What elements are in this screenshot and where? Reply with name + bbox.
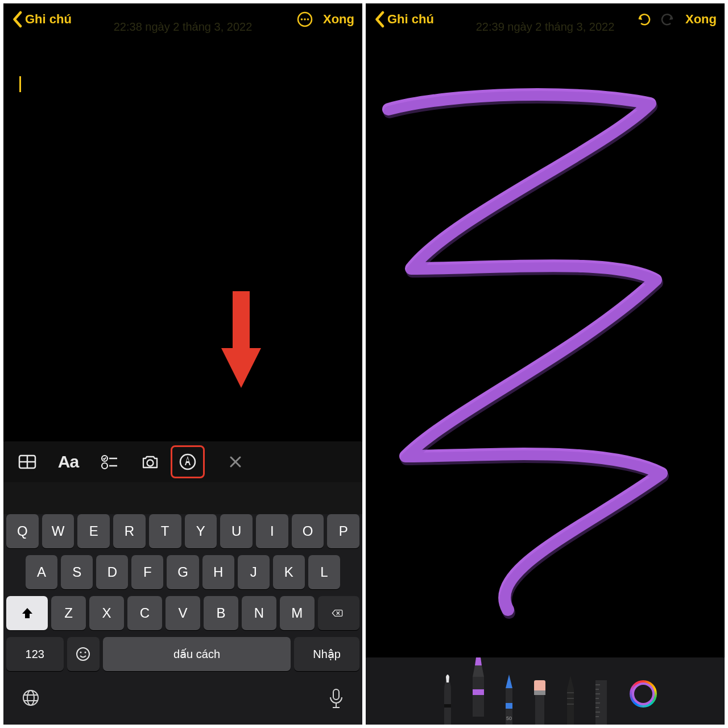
key-e[interactable]: E [77, 514, 110, 548]
tool-pencil[interactable]: 50 [495, 670, 523, 725]
key-z[interactable]: Z [51, 596, 86, 630]
key-numbers[interactable]: 123 [6, 637, 64, 671]
tool-ruler[interactable] [588, 670, 615, 725]
keyboard-row-4: 123 dấu cách Nhập [6, 637, 359, 671]
back-label: Ghi chú [25, 12, 72, 27]
key-space[interactable]: dấu cách [103, 637, 291, 671]
more-button[interactable] [293, 8, 316, 31]
key-v[interactable]: V [166, 596, 200, 630]
redo-button[interactable] [656, 8, 679, 31]
keyboard-row-2: A S D F G H J K L [6, 555, 359, 589]
chevron-left-icon [11, 11, 23, 28]
key-q[interactable]: Q [6, 514, 39, 548]
keyboard: Q W E R T Y U I O P A S D F G H J K L [3, 514, 362, 725]
redo-icon [659, 11, 676, 28]
key-emoji[interactable] [67, 637, 100, 671]
format-toolbar: Aa [3, 441, 362, 482]
table-button[interactable] [7, 445, 48, 479]
globe-icon [21, 688, 40, 708]
pen-icon [436, 670, 459, 725]
key-shift[interactable] [6, 596, 48, 630]
annotation-arrow-icon [216, 291, 267, 394]
pencil-icon: 50 [498, 670, 520, 725]
svg-point-10 [102, 463, 107, 469]
key-enter[interactable]: Nhập [294, 637, 359, 671]
header: Ghi chú Xong [366, 3, 725, 35]
markup-button[interactable] [171, 445, 205, 478]
keyboard-bottom-row [6, 678, 359, 717]
done-button[interactable]: Xong [685, 12, 717, 27]
key-x[interactable]: X [89, 596, 124, 630]
tool-lasso[interactable] [557, 670, 584, 725]
svg-rect-24 [444, 704, 451, 708]
lasso-icon [559, 670, 582, 725]
key-j[interactable]: J [238, 555, 270, 589]
svg-rect-25 [473, 689, 484, 695]
key-w[interactable]: W [42, 514, 75, 548]
svg-rect-30 [534, 690, 545, 695]
key-k[interactable]: K [273, 555, 305, 589]
key-r[interactable]: R [113, 514, 146, 548]
key-c[interactable]: C [127, 596, 162, 630]
svg-point-12 [147, 460, 154, 466]
key-backspace[interactable] [318, 596, 359, 630]
camera-icon [140, 452, 160, 471]
svg-point-3 [307, 18, 309, 20]
markup-icon [178, 452, 197, 471]
svg-rect-31 [595, 680, 607, 725]
eraser-icon [528, 670, 551, 725]
done-button[interactable]: Xong [323, 12, 354, 27]
color-picker-button[interactable] [630, 680, 657, 708]
note-canvas[interactable] [3, 35, 362, 441]
svg-point-17 [23, 690, 38, 705]
screen-left: 22:38 ngày 2 tháng 3, 2022 Ghi chú Xong … [3, 3, 362, 725]
tool-eraser[interactable] [526, 670, 553, 725]
svg-point-18 [27, 690, 34, 705]
key-d[interactable]: D [96, 555, 128, 589]
key-h[interactable]: H [202, 555, 234, 589]
keyboard-row-3: Z X C V B N M [6, 596, 359, 630]
back-button[interactable]: Ghi chú [374, 11, 434, 28]
svg-point-15 [80, 652, 82, 653]
key-m[interactable]: M [280, 596, 315, 630]
backspace-icon [332, 605, 343, 622]
drawn-stroke [366, 35, 673, 644]
key-a[interactable]: A [26, 555, 57, 589]
key-n[interactable]: N [242, 596, 276, 630]
drawing-canvas[interactable] [366, 35, 725, 657]
ruler-icon [590, 670, 613, 725]
undo-button[interactable] [633, 8, 656, 31]
table-icon [18, 452, 37, 471]
svg-text:50: 50 [506, 715, 511, 721]
back-button[interactable]: Ghi chú [11, 11, 72, 28]
text-cursor [19, 76, 21, 92]
keyboard-suggestion-bar[interactable] [3, 482, 362, 514]
key-i[interactable]: I [256, 514, 288, 548]
shift-icon [20, 606, 34, 620]
checklist-button[interactable] [89, 445, 130, 479]
keyboard-row-1: Q W E R T Y U I O P [6, 514, 359, 548]
key-l[interactable]: L [308, 555, 340, 589]
drawing-toolbar: 50 [366, 657, 725, 725]
header: Ghi chú Xong [3, 3, 362, 35]
text-format-button[interactable]: Aa [48, 445, 89, 479]
tool-pen[interactable] [434, 670, 461, 725]
svg-point-14 [77, 648, 89, 660]
camera-button[interactable] [130, 445, 171, 479]
key-o[interactable]: O [292, 514, 324, 548]
dictation-button[interactable] [328, 688, 345, 712]
globe-button[interactable] [21, 688, 40, 712]
key-f[interactable]: F [131, 555, 163, 589]
chevron-left-icon [374, 11, 385, 28]
key-p[interactable]: P [327, 514, 359, 548]
key-s[interactable]: S [61, 555, 93, 589]
key-y[interactable]: Y [185, 514, 217, 548]
tool-marker[interactable] [465, 662, 492, 717]
svg-rect-21 [333, 689, 339, 700]
key-g[interactable]: G [167, 555, 198, 589]
key-t[interactable]: T [149, 514, 181, 548]
key-u[interactable]: U [220, 514, 253, 548]
key-b[interactable]: B [204, 596, 238, 630]
close-format-bar-button[interactable] [215, 445, 256, 479]
close-icon [226, 452, 245, 471]
